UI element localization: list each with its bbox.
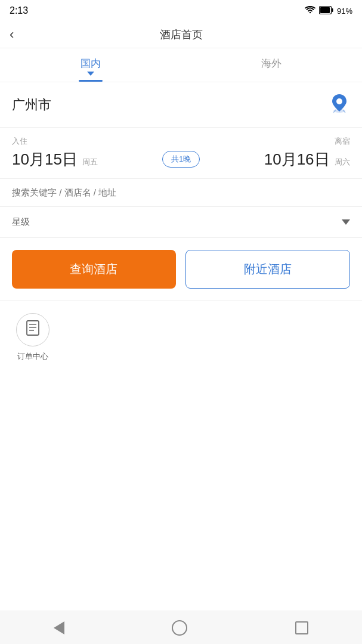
svg-point-4: [336, 98, 342, 104]
tab-domestic[interactable]: 国内: [0, 48, 181, 82]
tab-domestic-label: 国内: [81, 58, 101, 69]
status-bar: 2:13 91%: [0, 0, 362, 21]
checkin-day: 周五: [82, 157, 98, 166]
battery-percent: 91%: [337, 7, 352, 16]
order-icon-wrapper: [16, 313, 49, 346]
checkin-date: 10月15日: [12, 150, 78, 168]
page-title: 酒店首页: [160, 27, 203, 42]
svg-rect-2: [320, 7, 330, 13]
spacer: [0, 493, 362, 611]
city-name: 广州市: [12, 96, 51, 114]
tabs-bar: 国内 海外: [0, 48, 362, 82]
location-icon[interactable]: [329, 92, 350, 117]
tab-overseas-label: 海外: [261, 58, 281, 69]
nav-stop-button[interactable]: [283, 617, 320, 639]
checkout-day: 周六: [335, 157, 350, 166]
checkout-date-line: 10月16日 周六: [206, 149, 350, 170]
tab-overseas[interactable]: 海外: [181, 48, 363, 82]
order-center-icon: [24, 320, 41, 340]
status-icons: 91%: [305, 6, 352, 16]
search-hotels-button[interactable]: 查询酒店: [12, 250, 176, 289]
order-center-label: 订单中心: [17, 351, 48, 362]
bottom-nav: [0, 611, 362, 644]
svg-rect-1: [332, 8, 333, 12]
star-dropdown-arrow: [342, 219, 350, 225]
battery-icon: [319, 6, 333, 16]
star-row[interactable]: 星级: [0, 207, 362, 238]
nav-back-icon: [54, 621, 64, 634]
nights-badge: 共1晚: [162, 151, 200, 168]
buttons-row: 查询酒店 附近酒店: [0, 238, 362, 301]
order-center-item[interactable]: 订单中心: [12, 313, 54, 362]
checkout-date: 10月16日: [264, 150, 330, 168]
search-row[interactable]: [0, 179, 362, 207]
checkout-label: 离宿: [206, 136, 350, 147]
main-content: 广州市 入住 10月15日 周五 共1晚 离宿 10月16日 周六: [0, 82, 362, 493]
checkin-label: 入住: [12, 136, 156, 147]
checkin-block: 入住 10月15日 周五: [12, 136, 156, 170]
star-label: 星级: [12, 216, 30, 228]
checkin-date-line: 10月15日 周五: [12, 149, 156, 170]
tab-active-indicator: [87, 72, 94, 76]
city-row[interactable]: 广州市: [0, 82, 362, 128]
svg-rect-5: [27, 321, 39, 335]
header: ‹ 酒店首页: [0, 21, 362, 48]
nav-stop-icon: [295, 621, 308, 634]
back-button[interactable]: ‹: [10, 27, 14, 42]
nav-home-icon: [172, 620, 187, 636]
order-section: 订单中心: [0, 301, 362, 374]
status-time: 2:13: [10, 5, 28, 16]
search-input[interactable]: [12, 187, 350, 197]
nav-back-button[interactable]: [42, 617, 76, 639]
date-row[interactable]: 入住 10月15日 周五 共1晚 离宿 10月16日 周六: [0, 128, 362, 179]
checkout-block: 离宿 10月16日 周六: [206, 136, 350, 170]
nav-home-button[interactable]: [160, 615, 199, 640]
wifi-icon: [305, 6, 315, 16]
nearby-hotels-button[interactable]: 附近酒店: [185, 250, 351, 289]
